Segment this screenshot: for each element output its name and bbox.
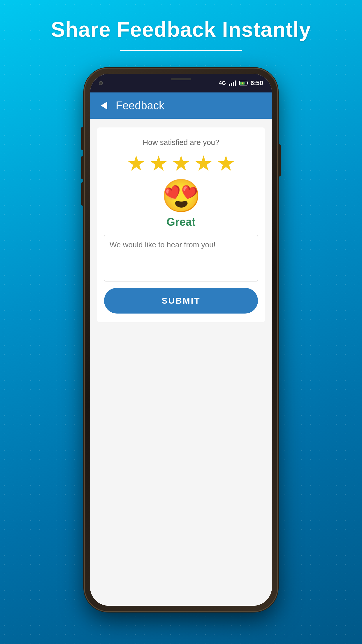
- submit-button[interactable]: SUBMIT: [104, 288, 258, 314]
- star-4[interactable]: ★: [194, 153, 213, 174]
- phone-screen: 4G 6:50: [90, 74, 272, 606]
- speaker: [171, 78, 191, 80]
- phone-mockup: 4G 6:50: [85, 69, 277, 611]
- star-1[interactable]: ★: [127, 153, 146, 174]
- back-arrow-icon: [101, 102, 107, 110]
- page-header: Share Feedback Instantly: [0, 0, 362, 60]
- app-bar-title: Feedback: [116, 99, 164, 112]
- status-right: 4G 6:50: [219, 79, 263, 87]
- app-bar: Feedback: [90, 92, 272, 119]
- signal-bars-icon: [229, 80, 236, 86]
- feedback-textarea[interactable]: [104, 235, 258, 281]
- divider: [120, 50, 242, 51]
- content-area: How satisfied are you? ★ ★ ★ ★ ★ 😍: [90, 119, 272, 328]
- notch: [158, 74, 204, 84]
- time-display: 6:50: [250, 79, 263, 87]
- status-bar: 4G 6:50: [90, 74, 272, 92]
- rating-label: Great: [166, 216, 195, 228]
- phone-content: 4G 6:50: [90, 74, 272, 606]
- rating-emoji: 😍: [161, 180, 201, 212]
- signal-label: 4G: [219, 80, 226, 86]
- phone-frame: 4G 6:50: [85, 69, 277, 611]
- main-content: How satisfied are you? ★ ★ ★ ★ ★ 😍: [90, 119, 272, 606]
- page-title: Share Feedback Instantly: [0, 18, 362, 41]
- status-bar-left: [99, 81, 103, 85]
- star-5[interactable]: ★: [217, 153, 236, 174]
- star-2[interactable]: ★: [149, 153, 168, 174]
- star-3[interactable]: ★: [172, 153, 191, 174]
- back-button[interactable]: [98, 100, 110, 111]
- stars-row[interactable]: ★ ★ ★ ★ ★: [127, 153, 236, 174]
- battery-icon: [239, 81, 247, 85]
- camera-icon: [99, 81, 103, 85]
- satisfaction-question: How satisfied are you?: [143, 138, 219, 147]
- battery-fill: [240, 82, 245, 85]
- feedback-card: How satisfied are you? ★ ★ ★ ★ ★ 😍: [97, 127, 265, 322]
